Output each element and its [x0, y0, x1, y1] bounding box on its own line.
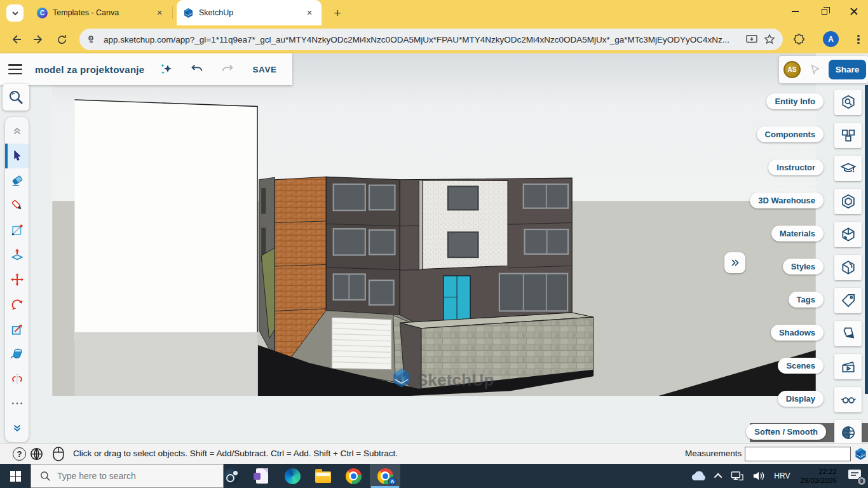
panel-row-styles: Styles [572, 255, 868, 280]
select-tool[interactable] [5, 144, 29, 168]
panel-button-display[interactable] [834, 387, 862, 412]
window-minimize-button[interactable] [780, 0, 810, 23]
building-door[interactable] [444, 276, 470, 320]
expand-tools-button[interactable] [5, 416, 29, 440]
globe-icon [29, 447, 44, 461]
zoom-tool-button[interactable] [3, 84, 29, 111]
extensions-button[interactable] [790, 31, 807, 48]
browser-profile-avatar[interactable]: A [823, 31, 839, 47]
eraser-icon [10, 173, 24, 187]
tab-search-button[interactable] [6, 4, 24, 22]
model-building[interactable] [259, 177, 593, 394]
tab-close-button[interactable]: ✕ [154, 7, 165, 18]
paint-bucket-tool[interactable] [5, 341, 29, 366]
new-tab-button[interactable]: + [329, 5, 346, 22]
panel-label-3d-warehouse: 3D Warehouse [750, 193, 824, 208]
ai-assistant-button[interactable] [158, 61, 175, 78]
taskbar-edge[interactable] [277, 464, 308, 488]
save-button[interactable]: SAVE [252, 65, 276, 74]
line-tool[interactable] [5, 193, 29, 218]
tab-sketchup[interactable]: SketchUp ✕ [177, 0, 322, 25]
main-menu-button[interactable] [8, 64, 22, 74]
help-button[interactable]: ? [11, 446, 27, 462]
onedrive-tray-icon[interactable] [686, 464, 712, 488]
panel-button-soften-smooth[interactable] [834, 420, 862, 445]
document-app-icon [256, 468, 268, 484]
tags-icon [840, 292, 857, 309]
panel-button-scenes[interactable] [834, 354, 862, 379]
browser-menu-button[interactable] [852, 32, 865, 46]
sketchup-header: model za projektovanje SAVE [0, 53, 292, 85]
more-tools-button[interactable] [5, 391, 29, 416]
document-title[interactable]: model za projektovanje [35, 64, 144, 75]
windows-taskbar: A HRV 22:22 29/03/2026 9 [0, 464, 868, 488]
window-restore-button[interactable] [810, 0, 839, 23]
user-avatar[interactable]: AS [783, 61, 801, 78]
model-white-plane[interactable] [74, 100, 257, 396]
url-bar[interactable]: app.sketchup.com/app?_gl=1*11q9ea7*_gcl_… [79, 29, 783, 50]
share-button[interactable]: Share [829, 60, 866, 79]
panel-label-shadows: Shadows [771, 325, 824, 341]
sketchup-favicon [183, 8, 194, 18]
taskbar-steam[interactable] [216, 464, 247, 488]
taskbar-chrome[interactable] [338, 464, 369, 488]
move-tool[interactable] [5, 268, 29, 292]
push-pull-tool[interactable] [5, 243, 29, 268]
panel-button-shadows[interactable] [834, 321, 862, 346]
taskbar-file-explorer[interactable] [308, 464, 338, 488]
undo-button[interactable] [189, 61, 205, 78]
back-button[interactable] [8, 31, 24, 48]
eraser-tool[interactable] [5, 168, 29, 193]
panel-button-3d-warehouse[interactable] [834, 189, 862, 214]
rotate-tool[interactable] [5, 292, 29, 316]
install-app-icon[interactable] [746, 34, 757, 44]
windows-logo-icon [10, 471, 21, 482]
bookmark-star-icon[interactable] [764, 34, 775, 45]
building-garage-door[interactable] [332, 317, 391, 370]
flip-tool[interactable] [5, 366, 29, 391]
panel-button-styles[interactable] [834, 255, 862, 280]
speaker-icon [752, 470, 765, 482]
start-button[interactable] [0, 464, 31, 488]
entity-info-icon [840, 94, 857, 111]
taskbar-clock[interactable]: 22:22 29/03/2026 [794, 467, 843, 485]
search-icon [40, 471, 51, 482]
panel-button-entity-info[interactable] [834, 90, 862, 115]
warehouse-3d-icon [840, 193, 857, 210]
tab-canva[interactable]: C Templates - Canva ✕ [31, 0, 172, 25]
taskbar-chrome-active[interactable]: A [370, 464, 400, 488]
tray-expand-button[interactable] [712, 464, 726, 488]
magnifier-icon [8, 89, 24, 105]
expand-panels-button[interactable] [724, 252, 745, 273]
flip-icon [10, 372, 24, 385]
collaborator-cursor-icon [807, 63, 821, 77]
building-windows-sw [334, 184, 395, 305]
panel-button-tags[interactable] [834, 288, 862, 313]
network-tray-icon[interactable] [726, 464, 748, 488]
scale-icon [10, 322, 24, 336]
panel-button-instructor[interactable] [834, 156, 862, 181]
redo-button[interactable] [219, 61, 236, 78]
rectangle-tool[interactable] [5, 218, 29, 243]
language-indicator[interactable]: HRV [770, 464, 794, 488]
reload-button[interactable] [53, 31, 70, 48]
redo-icon [220, 62, 234, 76]
taskbar-search[interactable] [31, 464, 224, 488]
forward-button[interactable] [31, 31, 47, 48]
language-button[interactable] [29, 446, 44, 462]
taskbar-document-app[interactable] [247, 464, 277, 488]
volume-tray-icon[interactable] [748, 464, 770, 488]
collapse-tools-button[interactable] [5, 119, 29, 144]
scale-tool[interactable] [5, 316, 29, 341]
sketchup-header-right: AS Share [779, 56, 868, 83]
panel-button-materials[interactable] [834, 222, 862, 247]
clock-time: 22:22 [818, 467, 837, 476]
canvas-area: SketchUp model za projektovanje SAVE [0, 53, 868, 443]
tab-close-button[interactable]: ✕ [304, 7, 315, 18]
page-scrollbar[interactable] [865, 85, 868, 394]
action-center-button[interactable]: 9 [843, 464, 868, 488]
taskbar-search-input[interactable] [57, 471, 210, 481]
window-close-button[interactable] [839, 0, 868, 23]
measurements-input[interactable] [745, 447, 851, 461]
panel-button-components[interactable] [834, 123, 862, 148]
